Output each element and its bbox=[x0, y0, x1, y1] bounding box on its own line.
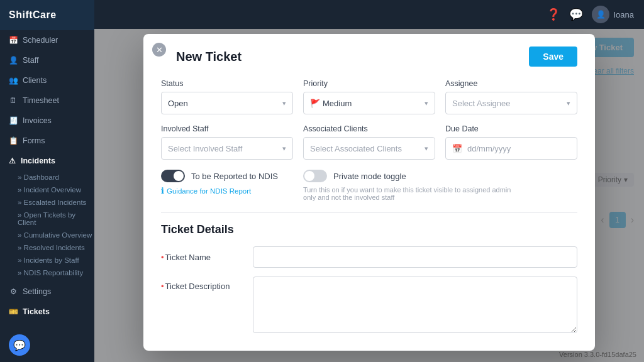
sidebar: ShiftCare 📅 Scheduler 👤 Staff 👥 Clients … bbox=[0, 0, 94, 362]
help-icon[interactable]: ❓ bbox=[547, 8, 560, 21]
sidebar-item-incidents[interactable]: ⚠ Incidents bbox=[0, 151, 94, 171]
assignee-placeholder: Select Assignee bbox=[452, 99, 511, 108]
assignee-chevron-icon: ▾ bbox=[567, 99, 570, 107]
ndis-toggle-group: To be Reported to NDIS ℹ Guidance for ND… bbox=[161, 170, 278, 195]
incidents-icon: ⚠ bbox=[9, 156, 16, 165]
sidebar-item-staff[interactable]: 👤 Staff bbox=[0, 50, 94, 70]
timesheet-icon: 🗓 bbox=[9, 96, 18, 105]
ticket-details-title: Ticket Details bbox=[161, 223, 577, 236]
chat-button[interactable]: 💬 bbox=[9, 334, 30, 356]
settings-icon: ⚙ bbox=[9, 287, 18, 296]
user-area[interactable]: 👤 Ioana bbox=[592, 6, 634, 23]
associated-clients-select[interactable]: Select Associated Clients ▾ bbox=[303, 137, 435, 160]
due-date-label: Due Date bbox=[445, 124, 577, 133]
sidebar-sub-resolved[interactable]: » Resolved Incidents bbox=[0, 241, 94, 254]
ticket-description-label: • Ticket Description bbox=[161, 277, 243, 291]
sidebar-sub-dashboard[interactable]: » Dashboard bbox=[0, 171, 94, 184]
involved-staff-select[interactable]: Select Involved Staff ▾ bbox=[161, 137, 293, 160]
sidebar-brand: ShiftCare bbox=[0, 0, 94, 30]
modal-save-button[interactable]: Save bbox=[529, 47, 577, 67]
sidebar-item-settings[interactable]: ⚙ Settings bbox=[0, 282, 94, 302]
status-chevron-icon: ▾ bbox=[282, 99, 286, 107]
form-row-2: Involved Staff Select Involved Staff ▾ A… bbox=[161, 124, 577, 160]
ndis-toggle[interactable] bbox=[161, 170, 185, 182]
status-value: Open bbox=[168, 99, 188, 108]
ticket-name-row: • Ticket Name bbox=[161, 246, 577, 268]
section-divider bbox=[161, 212, 577, 213]
info-icon: ℹ bbox=[161, 186, 164, 195]
sidebar-sub-incident-overview[interactable]: » Incident Overview bbox=[0, 184, 94, 196]
private-toggle-label: Private mode toggle bbox=[333, 172, 406, 181]
sidebar-item-tickets[interactable]: 🎫 Tickets bbox=[0, 302, 94, 322]
sidebar-sub-cumulative[interactable]: » Cumulative Overview bbox=[0, 229, 94, 241]
ticket-name-label: • Ticket Name bbox=[161, 253, 243, 262]
modal-overlay: ✕ New Ticket Save Status Open ▾ bbox=[94, 29, 644, 362]
private-toggle-group: Private mode toggle Turn this on if you … bbox=[303, 170, 517, 201]
calendar-icon: 📅 bbox=[452, 144, 462, 153]
tickets-icon: 🎫 bbox=[9, 307, 18, 316]
status-field: Status Open ▾ bbox=[161, 79, 293, 114]
sidebar-sub-escalated[interactable]: » Escalated Incidents bbox=[0, 196, 94, 209]
chat-icon[interactable]: 💬 bbox=[569, 8, 583, 21]
private-toggle-knob bbox=[304, 171, 314, 181]
content-bg: New Ticket cent one week Clear all filte… bbox=[94, 29, 644, 362]
modal-title: New Ticket bbox=[176, 50, 242, 64]
sidebar-item-invoices[interactable]: 🧾 Invoices bbox=[0, 111, 94, 131]
due-date-field: Due Date 📅 dd/mm/yyyy bbox=[445, 124, 577, 160]
associated-clients-label: Associated Clients bbox=[303, 124, 435, 133]
forms-icon: 📋 bbox=[9, 136, 18, 145]
associated-clients-placeholder: Select Associated Clients bbox=[310, 144, 402, 153]
invoices-icon: 🧾 bbox=[9, 116, 18, 125]
private-toggle[interactable] bbox=[303, 170, 327, 182]
priority-flag-icon: 🚩 bbox=[310, 99, 320, 108]
priority-field: Priority 🚩 Medium ▾ bbox=[303, 79, 435, 114]
associated-clients-field: Associated Clients Select Associated Cli… bbox=[303, 124, 435, 160]
priority-chevron-icon: ▾ bbox=[425, 99, 428, 107]
associated-clients-chevron-icon: ▾ bbox=[425, 145, 428, 153]
status-select[interactable]: Open ▾ bbox=[161, 92, 293, 114]
avatar: 👤 bbox=[592, 6, 609, 23]
sidebar-item-forms[interactable]: 📋 Forms bbox=[0, 131, 94, 151]
staff-icon: 👤 bbox=[9, 56, 18, 65]
sidebar-chat: 💬 bbox=[0, 328, 94, 362]
ndis-toggle-label: To be Reported to NDIS bbox=[191, 172, 278, 181]
scheduler-icon: 📅 bbox=[9, 36, 18, 45]
priority-label: Priority bbox=[303, 79, 435, 88]
involved-staff-chevron-icon: ▾ bbox=[282, 145, 286, 153]
due-date-placeholder: dd/mm/yyyy bbox=[467, 144, 511, 153]
user-name: Ioana bbox=[613, 10, 634, 19]
sidebar-item-timesheet[interactable]: 🗓 Timesheet bbox=[0, 90, 94, 111]
sidebar-sub-incidents-by-staff[interactable]: » Incidents by Staff bbox=[0, 254, 94, 266]
ndis-toggle-knob bbox=[174, 171, 184, 181]
private-toggle-description: Turn this on if you want to make this ti… bbox=[303, 186, 517, 201]
priority-select[interactable]: 🚩 Medium ▾ bbox=[303, 92, 435, 114]
clients-icon: 👥 bbox=[9, 76, 18, 85]
due-date-input[interactable]: 📅 dd/mm/yyyy bbox=[445, 137, 577, 160]
assignee-select[interactable]: Select Assignee ▾ bbox=[445, 92, 577, 114]
form-row-1: Status Open ▾ Priority 🚩 Medium ▾ bbox=[161, 79, 577, 114]
ticket-description-row: • Ticket Description bbox=[161, 277, 577, 333]
modal-header: New Ticket Save bbox=[161, 47, 577, 67]
top-header: ❓ 💬 👤 Ioana bbox=[94, 0, 644, 29]
sidebar-sub-ndis[interactable]: » NDIS Reportability bbox=[0, 266, 94, 279]
priority-value: Medium bbox=[323, 99, 425, 108]
private-toggle-item: Private mode toggle bbox=[303, 170, 517, 182]
involved-staff-label: Involved Staff bbox=[161, 124, 293, 133]
involved-staff-placeholder: Select Involved Staff bbox=[168, 144, 242, 153]
assignee-label: Assignee bbox=[445, 79, 577, 88]
modal: ✕ New Ticket Save Status Open ▾ bbox=[143, 34, 595, 351]
ndis-toggle-item: To be Reported to NDIS bbox=[161, 170, 278, 182]
modal-close-button[interactable]: ✕ bbox=[152, 43, 166, 57]
ndis-link[interactable]: ℹ Guidance for NDIS Report bbox=[161, 186, 278, 195]
sidebar-item-clients[interactable]: 👥 Clients bbox=[0, 70, 94, 90]
ticket-name-input[interactable] bbox=[253, 246, 577, 268]
status-label: Status bbox=[161, 79, 293, 88]
main-area: ❓ 💬 👤 Ioana New Ticket cent one week Cle… bbox=[94, 0, 644, 362]
sidebar-sub-open-tickets[interactable]: » Open Tickets by Client bbox=[0, 209, 94, 229]
toggle-row: To be Reported to NDIS ℹ Guidance for ND… bbox=[161, 170, 577, 201]
assignee-field: Assignee Select Assignee ▾ bbox=[445, 79, 577, 114]
sidebar-item-scheduler[interactable]: 📅 Scheduler bbox=[0, 30, 94, 50]
ticket-description-input[interactable] bbox=[253, 277, 577, 333]
required-star-desc: • bbox=[161, 282, 164, 291]
involved-staff-field: Involved Staff Select Involved Staff ▾ bbox=[161, 124, 293, 160]
